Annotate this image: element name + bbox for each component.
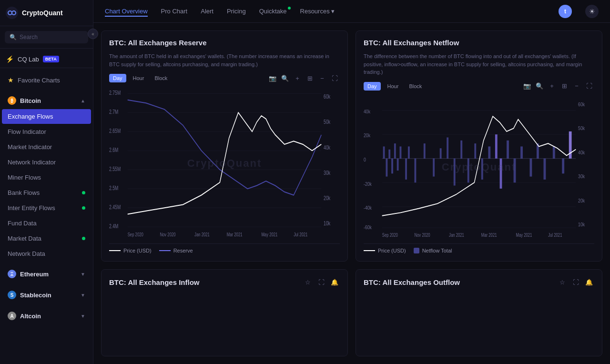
search-box[interactable]: 🔍 Search	[5, 31, 88, 43]
sidebar-item-fund-data[interactable]: Fund Data	[2, 216, 91, 231]
svg-rect-82	[544, 158, 546, 179]
camera-btn-netflow[interactable]: 📷	[522, 81, 532, 91]
time-btn-block-netflow[interactable]: Block	[405, 82, 426, 91]
nav-pricing[interactable]: Pricing	[227, 6, 246, 17]
sidebar-item-stablecoin[interactable]: S Stablecoin ▼	[2, 287, 91, 303]
zoom-btn-reserve[interactable]: 🔍	[280, 73, 290, 83]
nav-resources[interactable]: Resources ▾	[300, 6, 335, 17]
cqlab-section: ⚡ CQ Lab BETA	[0, 49, 93, 70]
svg-rect-58	[391, 158, 393, 173]
sidebar-item-miner-flows[interactable]: Miner Flows	[2, 170, 91, 185]
svg-text:-20k: -20k	[364, 181, 372, 186]
chart-reserve-legend: Price (USD) Reserve	[109, 243, 340, 253]
bell-btn-outflow[interactable]: 🔔	[584, 277, 594, 288]
content-area: BTC: All Exchanges Reserve The amount of…	[93, 23, 610, 364]
expand-btn-reserve[interactable]: ⊞	[305, 73, 315, 83]
sidebar-item-bitcoin[interactable]: ₿ Bitcoin ▲	[2, 92, 91, 109]
stablecoin-section: S Stablecoin ▼	[0, 284, 93, 305]
sidebar-item-market-data[interactable]: Market Data	[2, 231, 91, 246]
time-btn-day-netflow[interactable]: Day	[364, 82, 381, 91]
svg-rect-65	[424, 143, 426, 159]
sidebar-item-bank-flows[interactable]: Bank Flows	[2, 185, 91, 200]
bitcoin-label: Bitcoin	[20, 97, 41, 104]
star-icon: ★	[8, 76, 14, 84]
nav-alert[interactable]: Alert	[201, 6, 214, 17]
nav-quicktake[interactable]: Quicktake	[259, 6, 287, 17]
sidebar-item-exchange-flows[interactable]: Exchange Flows	[2, 109, 91, 124]
nav-chart-overview[interactable]: Chart Overview	[105, 6, 148, 17]
nav-avatar[interactable]: t	[559, 5, 572, 18]
time-btn-hour-reserve[interactable]: Hour	[129, 74, 148, 82]
svg-text:20k: 20k	[578, 197, 585, 203]
expand-btn-inflow[interactable]: ⛶	[316, 277, 326, 288]
svg-rect-74	[488, 146, 490, 158]
nav-pro-chart[interactable]: Pro Chart	[161, 6, 188, 17]
svg-rect-71	[468, 158, 469, 182]
bank-flows-dot	[82, 191, 85, 194]
sidebar-item-inter-entity-flows[interactable]: Inter Entity Flows	[2, 201, 91, 215]
minus-btn-netflow[interactable]: −	[571, 81, 582, 91]
market-data-label: Market Data	[8, 235, 41, 242]
fav-btn-outflow[interactable]: ☆	[557, 277, 568, 288]
svg-rect-70	[460, 140, 462, 158]
legend-reserve-line	[159, 250, 171, 251]
fullscreen-btn-reserve[interactable]: ⛶	[329, 73, 340, 83]
sidebar-item-market-indicator[interactable]: Market Indicator	[2, 140, 91, 154]
chart-outflow-title: BTC: All Exchanges Outflow	[364, 278, 460, 286]
sidebar-item-flow-indicator[interactable]: Flow Indicator	[2, 124, 91, 139]
time-btn-day-reserve[interactable]: Day	[109, 74, 126, 82]
legend-price-netflow: Price (USD)	[364, 248, 406, 253]
svg-text:-60k: -60k	[364, 224, 372, 230]
ethereum-icon: Ξ	[8, 270, 16, 278]
camera-btn-reserve[interactable]: 📷	[267, 73, 278, 83]
svg-rect-56	[386, 158, 387, 176]
chart-inflow-title: BTC: All Exchanges Inflow	[109, 278, 199, 286]
cqlab-item[interactable]: ⚡ CQ Lab BETA	[0, 51, 93, 68]
sidebar-item-altcoin[interactable]: A Altcoin ▼	[2, 308, 91, 324]
svg-rect-79	[520, 146, 523, 158]
svg-text:0: 0	[364, 156, 366, 162]
sidebar-item-network-indicator[interactable]: Network Indicator	[2, 155, 91, 170]
bell-btn-inflow[interactable]: 🔔	[329, 277, 340, 288]
miner-flows-label: Miner Flows	[8, 174, 41, 181]
inter-entity-flows-label: Inter Entity Flows	[8, 204, 55, 212]
svg-rect-78	[514, 158, 516, 182]
favorites-section: ★ Favorite Charts	[0, 70, 93, 90]
expand-btn-outflow[interactable]: ⛶	[570, 277, 581, 288]
sidebar-item-network-data[interactable]: Network Data	[2, 246, 91, 261]
legend-reserve-label: Reserve	[173, 248, 193, 253]
add-btn-netflow[interactable]: +	[547, 81, 557, 91]
svg-text:50k: 50k	[578, 125, 585, 131]
search-container: 🔍 Search	[0, 26, 93, 49]
zoom-btn-netflow[interactable]: 🔍	[534, 81, 545, 91]
nav-theme-toggle[interactable]: ☀	[585, 5, 599, 18]
time-btn-hour-netflow[interactable]: Hour	[384, 82, 403, 91]
time-btn-block-reserve[interactable]: Block	[151, 74, 171, 82]
exchange-flows-label: Exchange Flows	[8, 113, 53, 120]
logo-text: CryptoQuant	[22, 9, 63, 17]
legend-netflow-total: Netflow Total	[414, 248, 452, 253]
sidebar-item-favorites[interactable]: ★ Favorite Charts	[2, 72, 91, 88]
svg-text:Sep 2020: Sep 2020	[128, 232, 143, 237]
svg-text:20k: 20k	[324, 195, 331, 202]
altcoin-section: A Altcoin ▼	[0, 305, 93, 326]
fav-btn-inflow[interactable]: ☆	[303, 277, 313, 288]
sidebar-item-ethereum[interactable]: Ξ Ethereum ▼	[2, 266, 91, 282]
chart-reserve-header: BTC: All Exchanges Reserve	[109, 39, 340, 47]
altcoin-label: Altcoin	[20, 313, 41, 320]
search-placeholder: Search	[20, 34, 38, 40]
chart-reserve-controls: Day Hour Block 📷 🔍 + ⊞ − ⛶	[109, 73, 340, 83]
legend-price-line	[109, 250, 121, 251]
sidebar-collapse-button[interactable]: «	[88, 29, 98, 39]
add-btn-reserve[interactable]: +	[292, 73, 303, 83]
svg-rect-59	[394, 143, 396, 159]
svg-rect-55	[383, 146, 385, 158]
svg-rect-66	[433, 158, 435, 176]
cqlab-icon: ⚡	[6, 55, 14, 63]
minus-btn-reserve[interactable]: −	[317, 73, 327, 83]
svg-rect-72	[474, 143, 476, 159]
svg-text:May 2021: May 2021	[261, 232, 277, 237]
logo-icon	[6, 7, 18, 19]
fullscreen-btn-netflow[interactable]: ⛶	[584, 81, 594, 91]
expand-btn-netflow[interactable]: ⊞	[559, 81, 569, 91]
